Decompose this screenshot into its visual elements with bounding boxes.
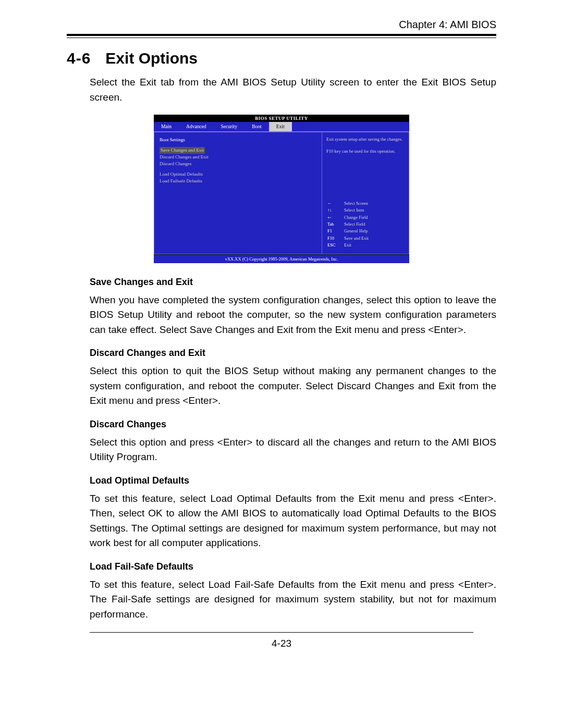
intro-paragraph: Select the Exit tab from the AMI BIOS Se… <box>90 75 496 105</box>
bios-tab-advanced[interactable]: Advanced <box>179 122 214 131</box>
subheading: Load Fail-Safe Defaults <box>90 561 496 572</box>
subheading: Discard Changes and Exit <box>90 348 496 359</box>
bios-menu-item[interactable]: Discard Changes and Exit <box>160 154 316 161</box>
body-paragraph: Select this option and press <Enter> to … <box>90 435 496 465</box>
chapter-header: Chapter 4: AMI BIOS <box>67 19 496 31</box>
bios-screenshot: BIOS SETUP UTILITY Main Advanced Securit… <box>154 115 409 263</box>
section-number: 4-6 <box>67 50 91 67</box>
bios-menu-heading: Boot Settings <box>160 137 316 143</box>
body-paragraph: To set this feature, select Load Optimal… <box>90 491 496 551</box>
bios-menu-panel: Boot Settings Save Changes and Exit Disc… <box>154 132 322 254</box>
bios-title: BIOS SETUP UTILITY <box>154 115 409 122</box>
bios-tab-main[interactable]: Main <box>154 122 179 131</box>
footer-rule <box>90 632 473 633</box>
header-rule-thick <box>67 34 496 36</box>
body-paragraph: When you have completed the system confi… <box>90 293 496 338</box>
body-paragraph: Select this option to quit the BIOS Setu… <box>90 364 496 409</box>
section-name: Exit Options <box>105 50 198 67</box>
bios-menu-item[interactable]: Load Optimal Defaults <box>160 171 316 178</box>
subheading: Load Optimal Defaults <box>90 475 496 486</box>
bios-menu-item[interactable]: Discard Changes <box>160 161 316 167</box>
bios-tab-security[interactable]: Security <box>214 122 245 131</box>
section-title: 4-6Exit Options <box>67 50 496 67</box>
header-rule-thin <box>67 38 496 38</box>
bios-tab-boot[interactable]: Boot <box>244 122 268 131</box>
bios-help-text: Exit system setup after saving the chang… <box>326 137 405 154</box>
subheading: Save Changes and Exit <box>90 277 496 288</box>
bios-menu-item[interactable]: Load Failsafe Defaults <box>160 178 316 184</box>
bios-tab-bar: Main Advanced Security Boot Exit <box>154 122 409 131</box>
bios-key-legend: ←Select Screen ↑↓Select Item +-Change Fi… <box>326 200 405 250</box>
bios-copyright: vXX.XX (C) Copyright 1985-2009, American… <box>154 254 409 263</box>
bios-help-panel: Exit system setup after saving the chang… <box>322 132 409 254</box>
page-number: 4-23 <box>67 638 496 649</box>
subheading: Discard Changes <box>90 419 496 430</box>
bios-menu-item[interactable]: Save Changes and Exit <box>160 147 205 154</box>
body-paragraph: To set this feature, select Load Fail-Sa… <box>90 577 496 622</box>
bios-tab-exit[interactable]: Exit <box>269 122 292 131</box>
